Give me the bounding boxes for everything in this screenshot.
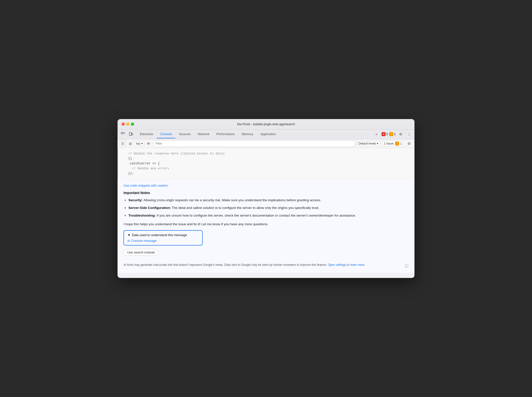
sidebar-toggle-button[interactable]: ☰ xyxy=(120,140,126,147)
tab-console[interactable]: Console xyxy=(157,130,175,138)
external-link-icon: ⧉ xyxy=(127,239,130,243)
bottom-area xyxy=(118,273,414,278)
more-tabs-button[interactable]: » xyxy=(373,131,380,138)
note-troubleshooting-label: Troubleshooting: xyxy=(128,214,156,217)
data-used-title: Data used to understand this message xyxy=(132,233,187,237)
error-badge-icon: ✕ xyxy=(382,132,386,136)
svg-rect-0 xyxy=(121,132,123,134)
inspect-element-button[interactable] xyxy=(120,131,126,138)
note-server-config-text: The ideal and safest solution is to conf… xyxy=(172,206,319,210)
more-options-button[interactable]: ⋮ xyxy=(406,131,412,138)
console-message-link[interactable]: ⧉ Console message xyxy=(127,239,199,243)
warning-count: 1 xyxy=(394,132,396,136)
closing-text: I hope this helps you understand the iss… xyxy=(123,222,409,227)
important-notes-heading: Important Notes xyxy=(123,191,409,195)
caution-link[interactable]: Use code snippets with caution xyxy=(123,184,168,187)
note-troubleshooting-text: If you are unsure how to configure the s… xyxy=(157,214,356,217)
note-server-config: Server-Side Configuration: The ideal and… xyxy=(128,205,409,211)
context-chevron: ▾ xyxy=(141,142,143,145)
warning-badge-icon: ! xyxy=(389,132,393,136)
issue-badge-icon: ! xyxy=(395,142,399,146)
svg-rect-3 xyxy=(129,132,131,135)
tab-application[interactable]: Application xyxy=(257,130,280,138)
data-used-triangle: ▼ xyxy=(127,233,131,237)
disclaimer-text: AI tools may generate inaccurate info th… xyxy=(123,263,364,267)
ai-panel: Use code snippets with caution Important… xyxy=(118,179,414,273)
tab-memory[interactable]: Memory xyxy=(238,130,257,138)
live-expressions-button[interactable]: 👁 xyxy=(145,140,152,147)
error-count: 2 xyxy=(386,132,388,136)
code-line-1: // Handle the response here (limited acc… xyxy=(128,151,410,156)
data-used-header[interactable]: ▼ Data used to understand this message xyxy=(127,233,199,237)
code-block: // Handle the response here (limited acc… xyxy=(118,148,414,179)
device-toolbar-button[interactable] xyxy=(127,131,134,138)
context-selector[interactable]: top ▾ xyxy=(134,141,145,146)
tab-bar: Elements Console Sources Network Perform… xyxy=(118,129,414,139)
toolbar-left: ☰ ⊘ top ▾ 👁 xyxy=(120,140,152,147)
title-bar: DevTools - bubble-jingle.web.app/search xyxy=(118,119,414,129)
window-title: DevTools - bubble-jingle.web.app/search xyxy=(237,122,295,126)
maximize-button[interactable] xyxy=(131,123,134,126)
warning-badge: ! 1 xyxy=(389,132,396,136)
main-content: // Handle the response here (limited acc… xyxy=(118,148,414,273)
console-message-link-label: Console message xyxy=(131,239,157,243)
filter-input[interactable] xyxy=(153,140,355,147)
notes-list: Security: Allowing cross-origin requests… xyxy=(123,198,409,218)
close-button[interactable] xyxy=(121,123,125,126)
note-server-config-label: Server-Side Configuration: xyxy=(128,206,171,210)
error-badge: ✕ 2 xyxy=(382,132,388,136)
disclaimer: AI tools may generate inaccurate info th… xyxy=(123,263,409,269)
svg-rect-4 xyxy=(132,133,133,135)
note-security-label: Security: xyxy=(128,198,143,202)
tab-bar-right: » ✕ 2 ! 1 ⚙ ⋮ xyxy=(373,131,412,138)
tab-elements[interactable]: Elements xyxy=(136,130,157,138)
code-line-2: }) xyxy=(128,156,410,161)
settings-button[interactable]: ⚙ xyxy=(397,131,404,138)
info-icon: ⓘ xyxy=(405,263,409,269)
tab-bar-left-icons xyxy=(120,131,134,138)
log-levels-selector[interactable]: Default levels ▾ xyxy=(357,141,380,146)
code-line-3: .catch(error => { xyxy=(128,161,410,166)
issue-counter[interactable]: 1 Issue: ! 1 xyxy=(382,141,404,146)
traffic-lights xyxy=(121,123,134,126)
code-line-5: }); xyxy=(128,171,410,176)
console-toolbar: ☰ ⊘ top ▾ 👁 Default levels ▾ 1 Issue: ! … xyxy=(118,139,414,148)
data-used-box: ▼ Data used to understand this message ⧉… xyxy=(123,230,203,246)
open-settings-link[interactable]: Open settings xyxy=(328,263,346,267)
log-levels-chevron: ▾ xyxy=(377,142,378,145)
context-value: top xyxy=(136,142,140,145)
tab-network[interactable]: Network xyxy=(194,130,213,138)
issue-label: 1 Issue: xyxy=(384,142,394,145)
note-security-text: Allowing cross-origin requests can be a … xyxy=(144,198,321,202)
note-troubleshooting: Troubleshooting: If you are unsure how t… xyxy=(128,213,409,218)
toolbar-right: Default levels ▾ 1 Issue: ! 1 ⚙ xyxy=(357,140,412,147)
note-security: Security: Allowing cross-origin requests… xyxy=(128,198,409,203)
tab-performance[interactable]: Performance xyxy=(213,130,238,138)
learn-more-link[interactable]: learn more xyxy=(350,263,364,267)
console-settings-button[interactable]: ⚙ xyxy=(406,140,412,147)
use-search-instead-button[interactable]: Use search instead xyxy=(123,249,158,256)
minimize-button[interactable] xyxy=(126,123,129,126)
tab-sources[interactable]: Sources xyxy=(175,130,194,138)
devtools-window: DevTools - bubble-jingle.web.app/search … xyxy=(118,119,414,278)
clear-console-button[interactable]: ⊘ xyxy=(127,140,133,147)
tab-list: Elements Console Sources Network Perform… xyxy=(136,130,373,138)
issue-count: 1 xyxy=(400,142,402,145)
code-line-4: // Handle any errors xyxy=(128,166,410,171)
log-levels-label: Default levels xyxy=(358,142,376,145)
